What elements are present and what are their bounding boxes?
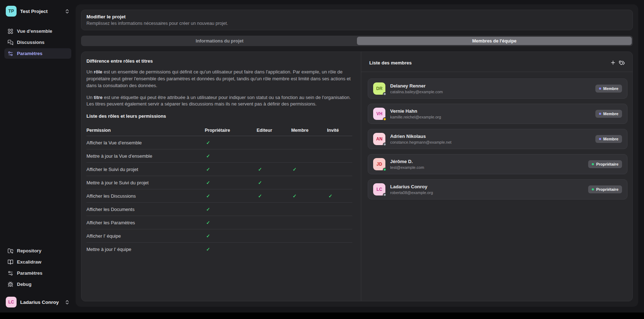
status-dot xyxy=(383,193,386,197)
permissions-table-title: Liste des rôles et leurs permissions xyxy=(86,113,352,119)
avatar: AN xyxy=(373,133,385,145)
table-row: Afficher l' équipe ✓ xyxy=(86,229,352,243)
user-name: Ladarius Conroy xyxy=(20,300,61,305)
project-switcher[interactable]: TP Test Project xyxy=(4,5,71,17)
roles-title: Différence entre rôles et titres xyxy=(86,58,352,64)
check-icon: ✓ xyxy=(205,233,257,239)
tab-informations-du-projet[interactable]: Informations du projet xyxy=(82,37,357,45)
page-header-card: Modifier le projet Remplissez les inform… xyxy=(81,10,633,30)
project-avatar: TP xyxy=(6,6,17,17)
member-card[interactable]: AN Adrien Nikolaus constance.hegmann@exa… xyxy=(368,129,627,149)
badge-dot xyxy=(599,87,601,90)
member-info: Jérôme D. test@example.com xyxy=(390,159,583,170)
permission-label: Mettre à jour la Vue d'ensemble xyxy=(86,153,205,159)
member-name: Delaney Renner xyxy=(390,83,591,89)
member-info: Delaney Renner catalina.bailey@example.c… xyxy=(390,83,591,94)
add-member-button[interactable] xyxy=(609,58,617,67)
sidebar-item-debug[interactable]: Debug xyxy=(4,279,71,289)
member-email: test@example.com xyxy=(390,165,583,170)
sliders-icon xyxy=(8,270,13,276)
sidebar-nav-main: Vue d'ensemble Discussions Paramètres xyxy=(4,26,71,59)
permission-label: Afficher la Vue d'ensemble xyxy=(86,140,205,145)
sidebar-item-label: Discussions xyxy=(17,40,45,45)
sidebar: TP Test Project Vue d'ensemble Discussio… xyxy=(0,0,76,313)
check-icon: ✓ xyxy=(256,193,291,199)
member-card[interactable]: DR Delaney Renner catalina.bailey@exampl… xyxy=(368,78,627,99)
content-card: Différence entre rôles et titres Un rôle… xyxy=(81,51,633,301)
sidebar-item-discussions[interactable]: Discussions xyxy=(4,37,71,48)
member-info: Vernie Hahn kamille.reichel@example.org xyxy=(390,108,591,119)
table-row: Mettre à jour le Suivi du projet ✓ ✓ xyxy=(86,176,352,189)
folder-git-icon xyxy=(8,248,13,254)
col-editeur: Editeur xyxy=(256,128,291,133)
tab-membres-de-lequipe[interactable]: Membres de l'équipe xyxy=(357,37,632,45)
role-badge: Membre xyxy=(595,85,622,93)
page-subtitle: Remplissez les informations nécessaires … xyxy=(86,21,627,26)
check-icon: ✓ xyxy=(256,180,291,185)
member-email: constance.hegmann@example.net xyxy=(390,140,591,144)
member-card[interactable]: LC Ladarius Conroy roberta08@example.org… xyxy=(368,179,627,199)
sidebar-item-repository[interactable]: Repository xyxy=(4,246,71,256)
avatar: LC xyxy=(373,183,385,196)
members-header: Liste des membres xyxy=(368,58,627,67)
sidebar-item-label: Paramètres xyxy=(17,51,43,56)
sidebar-item-parametres-2[interactable]: Paramètres xyxy=(4,268,71,278)
avatar-initials: AN xyxy=(376,136,383,141)
user-menu[interactable]: LC Ladarius Conroy xyxy=(4,296,71,308)
sidebar-item-excalidraw[interactable]: Excalidraw xyxy=(4,257,71,267)
permission-label: Mettre à jour l' équipe xyxy=(86,247,205,252)
sidebar-item-label: Debug xyxy=(17,282,31,287)
permission-label: Afficher l' équipe xyxy=(86,233,205,239)
manage-titles-button[interactable] xyxy=(617,58,626,67)
permission-label: Mettre à jour le Suivi du projet xyxy=(86,180,205,185)
badge-label: Membre xyxy=(603,137,618,141)
member-email: kamille.reichel@example.org xyxy=(390,115,591,119)
check-icon: ✓ xyxy=(205,247,257,252)
sidebar-item-label: Vue d'ensemble xyxy=(17,28,52,34)
role-badge: Membre xyxy=(595,135,622,143)
status-dot xyxy=(383,117,386,121)
table-row: Afficher les Discussions ✓ ✓ ✓ ✓ xyxy=(86,189,352,203)
status-dot xyxy=(383,168,386,171)
check-icon: ✓ xyxy=(205,153,257,159)
table-row: Afficher les Documents ✓ xyxy=(86,203,352,216)
members-divider xyxy=(361,72,633,72)
member-name: Adrien Nikolaus xyxy=(390,134,591,139)
role-badge: Propriétaire xyxy=(588,160,622,168)
permission-label: Afficher les Paramètres xyxy=(86,220,205,225)
members-panel: Liste des membres DR xyxy=(361,52,632,301)
table-row: Mettre à jour l' équipe ✓ xyxy=(86,243,352,256)
permissions-table: Permission Propriétaire Editeur Membre I… xyxy=(86,125,352,256)
member-name: Jérôme D. xyxy=(390,159,583,164)
permission-label: Afficher le Suivi du projet xyxy=(86,167,205,172)
avatar-initials: LC xyxy=(376,187,382,192)
member-name: Vernie Hahn xyxy=(390,108,591,114)
sidebar-item-vue-densemble[interactable]: Vue d'ensemble xyxy=(4,26,71,36)
avatar: DR xyxy=(373,82,385,95)
plus-icon xyxy=(610,60,616,66)
badge-dot xyxy=(592,163,594,165)
table-row: Mettre à jour la Vue d'ensemble ✓ xyxy=(86,149,352,163)
book-open-icon xyxy=(8,259,13,265)
check-icon: ✓ xyxy=(205,220,257,225)
member-card[interactable]: VH Vernie Hahn kamille.reichel@example.o… xyxy=(368,104,627,124)
messages-icon xyxy=(8,40,13,45)
chevrons-up-down-icon xyxy=(64,300,70,305)
sidebar-item-parametres[interactable]: Paramètres xyxy=(4,48,71,59)
member-info: Ladarius Conroy roberta08@example.org xyxy=(390,184,583,195)
member-email: roberta08@example.org xyxy=(390,190,583,195)
check-icon: ✓ xyxy=(327,193,352,199)
user-initials: LC xyxy=(8,300,14,305)
table-row: Afficher le Suivi du projet ✓ ✓ ✓ xyxy=(86,163,352,176)
sidebar-nav-secondary: Repository Excalidraw Paramètres Debug xyxy=(4,246,71,289)
bug-icon xyxy=(8,282,13,287)
member-list: DR Delaney Renner catalina.bailey@exampl… xyxy=(368,78,627,199)
badge-label: Membre xyxy=(603,86,618,91)
member-card[interactable]: JD Jérôme D. test@example.com Propriétai… xyxy=(368,154,627,174)
role-badge: Membre xyxy=(595,110,622,118)
badge-dot xyxy=(592,188,594,190)
check-icon: ✓ xyxy=(205,207,257,212)
avatar-initials: JD xyxy=(377,162,382,167)
page-title: Modifier le projet xyxy=(86,14,627,19)
sidebar-item-label: Repository xyxy=(17,248,41,253)
